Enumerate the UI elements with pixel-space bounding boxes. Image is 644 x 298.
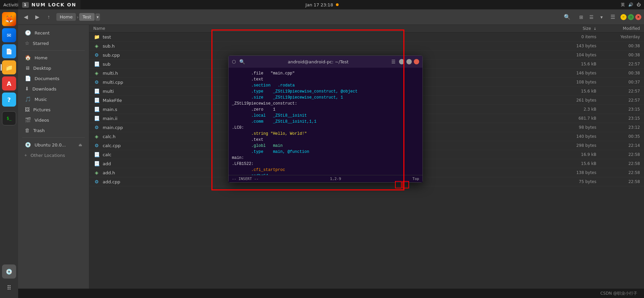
file-modified: 22:57 (596, 89, 640, 94)
file-modified: 22:58 (596, 152, 640, 157)
file-modified: Yesterday (596, 35, 640, 39)
pictures-icon: 🖼 (25, 107, 30, 113)
list-view-button[interactable]: ☰ (586, 12, 596, 22)
sidebar-item-videos[interactable]: 🎬 Videos (19, 115, 88, 125)
file-modified: 22:58 (596, 179, 640, 184)
taskbar-appstore[interactable]: A (2, 76, 16, 91)
sidebar-item-pictures[interactable]: 🖼 Pictures (19, 105, 88, 115)
terminal-search-button[interactable]: 🔍 (238, 59, 246, 64)
terminal-titlebar: ⬡ 🔍 android@android-pc: ~/Test ☰ − □ ✕ (229, 56, 423, 68)
terminal-line: .type main, @function (232, 149, 419, 155)
file-icon: ⚙ (93, 124, 100, 131)
minimize-button[interactable]: − (621, 14, 627, 20)
breadcrumb-test[interactable]: Test (79, 13, 95, 21)
file-size: 75 bytes (563, 179, 596, 184)
trash-icon: 🗑 (25, 127, 30, 133)
downloads-icon: ⬇ (25, 86, 29, 92)
sidebar-item-recent[interactable]: 🕐 Recent (19, 28, 88, 38)
fm-back-button[interactable]: ◀ (21, 12, 31, 22)
file-modified: 23:15 (596, 107, 640, 112)
sidebar-item-starred[interactable]: ☆ Starred (19, 38, 88, 48)
terminal-line: .comm _ZStL8__ioinit,1,1 (232, 119, 419, 125)
maximize-button[interactable]: □ (628, 14, 634, 20)
power-icon[interactable]: ⏻ (637, 2, 641, 7)
sidebar-item-ubuntu[interactable]: 💿 Ubuntu 20.0... ⏏ (19, 140, 88, 150)
terminal-content: .file "main.cpp" .text .section .rodata … (229, 68, 423, 175)
taskbar-libreoffice[interactable]: 📄 (2, 44, 16, 58)
numlock-text: NUM LOCK ON (32, 2, 77, 7)
numlock-icon: 1 (22, 2, 29, 8)
file-size: 138 bytes (563, 170, 596, 175)
file-size: 261 bytes (563, 98, 596, 103)
col-modified-header[interactable]: Modified (596, 26, 640, 31)
bottom-bar: CSDN @职业小行子 (18, 289, 644, 298)
eject-icon[interactable]: ⏏ (79, 142, 82, 147)
file-name: test (103, 35, 563, 40)
taskbar-help[interactable]: ? (2, 93, 16, 107)
terminal-close-button[interactable]: ✕ (414, 59, 419, 64)
volume-icon[interactable]: 🔊 (628, 2, 633, 7)
file-size: 15.6 kB (563, 161, 596, 166)
breadcrumb-dropdown[interactable]: ▾ (95, 13, 100, 21)
terminal-minimize-button[interactable]: − (399, 59, 404, 64)
terminal-window: ⬡ 🔍 android@android-pc: ~/Test ☰ − □ ✕ .… (228, 55, 423, 183)
terminal-line: main: (232, 155, 419, 161)
terminal-status-pos: 1,2-9 (330, 177, 341, 181)
terminal-line: .LFB1522: (232, 161, 419, 167)
sidebar-item-music[interactable]: 🎵 Music (19, 94, 88, 104)
terminal-maximize-button[interactable]: □ (406, 59, 412, 64)
file-modified: 00:38 (596, 53, 640, 57)
file-size: 143 bytes (563, 44, 596, 48)
sidebar-item-trash[interactable]: 🗑 Trash (19, 125, 88, 135)
hamburger-menu-button[interactable]: ☰ (608, 12, 618, 22)
search-button[interactable]: 🔍 (562, 12, 572, 22)
taskbar-terminal[interactable]: $_ (2, 111, 16, 125)
file-icon: ◈ (93, 43, 100, 49)
star-icon: ☆ (25, 40, 29, 46)
sidebar-item-home[interactable]: 🏠 Home (19, 53, 88, 63)
watermark-text: CSDN @职业小行子 (600, 291, 637, 296)
file-icon: ⚙ (93, 178, 100, 185)
file-modified: 23:12 (596, 125, 640, 130)
terminal-line: _ZStL19piecewise_construct: (232, 101, 419, 107)
file-size: 16.9 kB (563, 152, 596, 157)
grid-view-button[interactable]: ⊞ (576, 12, 586, 22)
close-button[interactable]: ✕ (635, 14, 641, 20)
view-dropdown-button[interactable]: ▾ (596, 12, 606, 22)
file-icon: 📃 (93, 61, 100, 67)
col-size-header[interactable]: Size ↓ (563, 26, 596, 31)
taskbar-grid[interactable]: ⠿ (2, 281, 16, 295)
file-icon: ⚙ (93, 142, 100, 149)
sidebar-item-desktop[interactable]: 🖥 Desktop (19, 63, 88, 73)
terminal-menu-button[interactable]: ☰ (390, 59, 397, 64)
file-name: sub.h (103, 44, 563, 49)
col-name-header[interactable]: Name (93, 26, 563, 31)
sidebar-item-documents[interactable]: 📄 Documents (19, 73, 88, 83)
file-size: 108 bytes (563, 80, 596, 84)
lang-indicator[interactable]: 英 (621, 2, 625, 8)
taskbar-dvd[interactable]: 💿 (2, 264, 16, 279)
table-row[interactable]: 📁 test 0 items Yesterday (89, 33, 644, 42)
fm-forward-button[interactable]: ▶ (32, 12, 42, 22)
file-modified: 22:58 (596, 161, 640, 166)
top-bar-right: 英 🔊 ⏻ (621, 2, 641, 8)
breadcrumb-home[interactable]: Home (56, 13, 76, 21)
sidebar-item-downloads[interactable]: ⬇ Downloads (19, 84, 88, 94)
breadcrumb-sep: › (77, 14, 79, 20)
terminal-status-insert: -- INSERT -- (232, 177, 258, 181)
file-size: 15.6 kB (563, 89, 596, 94)
file-icon: 📃 (93, 160, 100, 167)
taskbar-firefox[interactable]: 🦊 (2, 12, 16, 26)
file-modified: 22:14 (596, 143, 640, 148)
fm-filelist-header: Name Size ↓ Modified (89, 25, 644, 33)
sidebar-other-locations[interactable]: ＋ Other Locations (18, 150, 89, 160)
taskbar-thunderbird[interactable]: ✉ (2, 28, 16, 42)
terminal-line: .local _ZStL8__ioinit (232, 113, 419, 119)
table-row[interactable]: ◈ sub.h 143 bytes 00:38 (89, 42, 644, 51)
ubuntu-icon: 💿 (25, 142, 31, 148)
taskbar-files[interactable]: 📁 (2, 60, 16, 74)
file-icon: ⚙ (93, 52, 100, 58)
videos-icon: 🎬 (25, 117, 31, 123)
fm-up-button[interactable]: ↑ (44, 12, 54, 22)
terminal-line: .globl main (232, 143, 419, 149)
